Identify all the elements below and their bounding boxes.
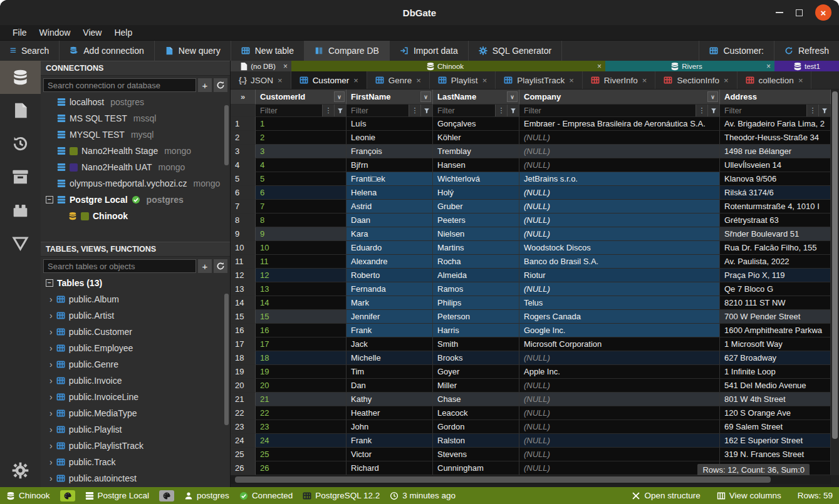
row-number[interactable]: 23 [231, 420, 256, 434]
grid-cell[interactable]: 69 Salem Street [720, 420, 831, 434]
row-number[interactable]: 12 [231, 269, 256, 282]
tab-playlist[interactable]: Playlist [430, 71, 496, 89]
grid-cell[interactable]: Frank [347, 434, 433, 448]
row-number[interactable]: 26 [231, 461, 256, 475]
status-chinook[interactable]: Chinook [6, 491, 50, 500]
table-item[interactable]: public.autoinctest [41, 470, 230, 486]
grid-cell[interactable]: 2 [256, 131, 347, 145]
filter-menu-icon[interactable] [696, 105, 707, 116]
grid-cell[interactable]: Apple Inc. [519, 365, 720, 379]
grid-cell[interactable]: Almeida [433, 269, 519, 282]
status-color-chip[interactable] [159, 490, 174, 501]
row-number[interactable]: 24 [231, 434, 256, 448]
funnel-icon[interactable] [507, 105, 519, 116]
grid-cell[interactable]: Woodstock Discos [519, 241, 720, 255]
grid-cell[interactable]: Hansen [433, 158, 519, 172]
table-item[interactable]: public.Artist [41, 307, 230, 324]
grid-horizontal-scrollbar[interactable] [231, 475, 831, 484]
chevron-down-icon[interactable] [420, 91, 431, 102]
chevron-right-icon[interactable] [50, 327, 53, 337]
toolbar-customer--button[interactable]: Customer: [699, 41, 774, 61]
chevron-right-icon[interactable] [50, 441, 53, 451]
grid-cell[interactable]: (NULL) [519, 448, 720, 461]
grid-cell[interactable]: Luís [347, 117, 433, 131]
funnel-icon[interactable] [420, 105, 432, 116]
grid-cell[interactable]: 16 [256, 324, 347, 337]
table-item[interactable]: public.Genre [41, 356, 230, 373]
grid-cell[interactable]: 7 [256, 200, 347, 213]
close-icon[interactable] [597, 62, 602, 71]
filter-cell-firstname[interactable]: Filter [347, 105, 433, 117]
grid-cell[interactable]: 20 [256, 379, 347, 393]
grid-cell[interactable]: 26 [256, 461, 347, 475]
grid-cell[interactable]: Gonçalves [433, 117, 519, 131]
rail-history[interactable] [0, 127, 41, 160]
status-3-minutes-ago[interactable]: 3 minutes ago [390, 491, 456, 500]
grid-cell[interactable]: Gruber [433, 200, 519, 213]
filter-cell-company[interactable]: Filter [519, 105, 720, 117]
grid-cell[interactable]: (NULL) [519, 393, 720, 406]
row-number[interactable]: 22 [231, 406, 256, 420]
connection-item[interactable]: Postgre Localpostgres [41, 192, 230, 208]
rail-settings[interactable] [0, 454, 41, 487]
grid-cell[interactable]: (NULL) [519, 145, 720, 158]
grid-cell[interactable]: 23 [256, 420, 347, 434]
column-header-address[interactable]: Address [720, 90, 831, 105]
grid-cell[interactable]: 801 W 4th Street [720, 393, 831, 406]
row-number[interactable]: 11 [231, 255, 256, 269]
grid-cell[interactable]: 1 Microsoft Way [720, 337, 831, 351]
grid-cell[interactable]: Theodor-Heuss-Straße 34 [720, 131, 831, 145]
grid-cell[interactable]: Peterson [433, 310, 519, 324]
chevron-right-icon[interactable] [50, 392, 53, 402]
grid-cell[interactable]: Peeters [433, 213, 519, 227]
grid-cell[interactable]: Kathy [347, 393, 433, 406]
close-icon[interactable] [766, 62, 771, 71]
chevron-right-icon[interactable] [50, 457, 53, 467]
grid-cell[interactable]: Smith [433, 337, 519, 351]
grid-cell[interactable]: Richard [347, 461, 433, 475]
grid-vertical-scrollbar[interactable] [831, 90, 839, 475]
menu-file[interactable]: File [6, 26, 33, 39]
tables-group[interactable]: Tables (13) [41, 275, 230, 291]
grid-cell[interactable]: Leacock [433, 406, 519, 420]
grid-cell[interactable]: Chase [433, 393, 519, 406]
table-item[interactable]: public.InvoiceLine [41, 389, 230, 405]
grid-cell[interactable]: Wichterlová [433, 172, 519, 186]
chevron-right-icon[interactable] [50, 376, 53, 386]
tab-genre[interactable]: Genre [367, 71, 430, 89]
grid-cell[interactable]: 12 [256, 269, 347, 282]
close-icon[interactable] [798, 76, 803, 85]
grid-cell[interactable]: (NULL) [519, 379, 720, 393]
chevron-down-icon[interactable] [507, 91, 518, 102]
connection-item[interactable]: MS SQL TESTmssql [41, 110, 230, 126]
connections-refresh-button[interactable] [214, 78, 227, 92]
row-number[interactable]: 7 [231, 200, 256, 213]
row-number[interactable]: 19 [231, 365, 256, 379]
grid-cell[interactable]: Riotur [519, 269, 720, 282]
grid-cell[interactable]: Miller [433, 379, 519, 393]
column-header-lastname[interactable]: LastName [433, 90, 519, 105]
tables-refresh-button[interactable] [214, 259, 227, 273]
connection-item[interactable]: Nano2Health UATmongo [41, 159, 230, 175]
status-color-chip[interactable] [60, 490, 75, 501]
grid-cell[interactable]: Sřnder Boulevard 51 [720, 227, 831, 241]
chevron-down-icon[interactable] [707, 91, 718, 102]
grid-cell[interactable]: 6 [256, 186, 347, 200]
grid-cell[interactable]: Jennifer [347, 310, 433, 324]
close-icon[interactable] [482, 76, 487, 85]
grid-cell[interactable]: Google Inc. [519, 324, 720, 337]
row-number[interactable]: 9 [231, 227, 256, 241]
row-number[interactable]: 3 [231, 145, 256, 158]
grid-cell[interactable]: Alexandre [347, 255, 433, 269]
row-number[interactable]: 6 [231, 186, 256, 200]
grid-cell[interactable]: Fernanda [347, 282, 433, 296]
toolbar-new-table-button[interactable]: New table [231, 41, 305, 61]
column-header-customerid[interactable]: CustomerId [256, 90, 347, 105]
toolbar-new-query-button[interactable]: New query [155, 41, 231, 61]
tab-customer[interactable]: Customer [291, 71, 367, 89]
status-connected[interactable]: Connected [239, 491, 293, 500]
close-icon[interactable] [353, 76, 358, 85]
grid-cell[interactable]: JetBrains s.r.o. [519, 172, 720, 186]
grid-cell[interactable]: 15 [256, 310, 347, 324]
grid-cell[interactable]: Rilská 3174/6 [720, 186, 831, 200]
